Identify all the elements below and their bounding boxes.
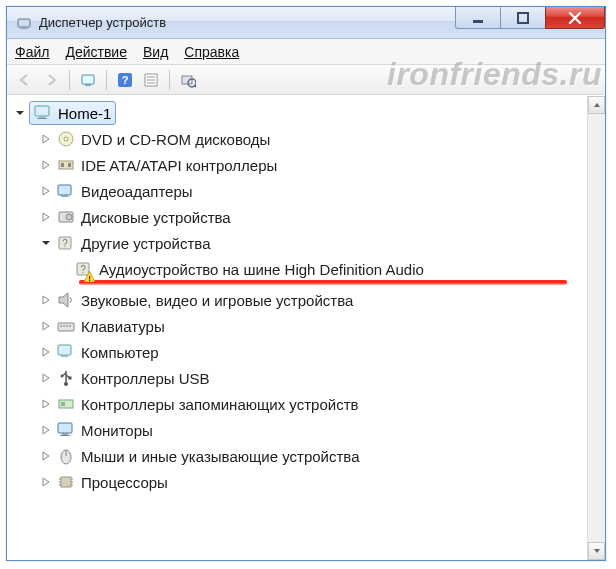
forward-button — [39, 68, 63, 92]
svg-rect-22 — [68, 163, 71, 167]
tree-label: IDE ATA/ATAPI контроллеры — [81, 157, 277, 174]
tree-label: Контроллеры запоминающих устройств — [81, 396, 358, 413]
window-title: Диспетчер устройств — [39, 15, 166, 30]
close-button[interactable] — [545, 7, 605, 29]
expand-icon[interactable] — [39, 319, 53, 333]
tree-node-usb[interactable]: Контроллеры USB — [13, 365, 587, 391]
properties-button[interactable] — [139, 68, 163, 92]
tree-node-ide[interactable]: IDE ATA/ATAPI контроллеры — [13, 152, 587, 178]
tree-node-dvd[interactable]: DVD и CD-ROM дисководы — [13, 126, 587, 152]
menu-action[interactable]: Действие — [65, 44, 127, 60]
tree-node-sound[interactable]: Звуковые, видео и игровые устройства — [13, 287, 587, 313]
collapse-icon[interactable] — [39, 236, 53, 250]
tree-node-computer[interactable]: Компьютер — [13, 339, 587, 365]
svg-rect-2 — [473, 20, 483, 23]
scroll-up-button[interactable] — [588, 96, 605, 114]
tree-node-other-devices[interactable]: ? Другие устройства — [13, 230, 587, 256]
svg-rect-41 — [69, 377, 72, 380]
computer-icon — [32, 103, 54, 123]
minimize-button[interactable] — [455, 7, 501, 29]
expand-icon[interactable] — [39, 293, 53, 307]
toolbar-separator — [106, 70, 107, 90]
svg-rect-36 — [69, 325, 71, 327]
menu-file[interactable]: Файл — [15, 44, 49, 60]
expand-icon[interactable] — [39, 210, 53, 224]
expand-icon[interactable] — [39, 475, 53, 489]
tree-label: Процессоры — [81, 474, 168, 491]
mouse-icon — [55, 446, 77, 466]
tree-label: Клавиатуры — [81, 318, 165, 335]
svg-rect-1 — [20, 27, 28, 29]
expand-icon[interactable] — [39, 397, 53, 411]
svg-rect-45 — [62, 433, 68, 435]
other-devices-icon: ? — [55, 233, 77, 253]
expand-icon[interactable] — [39, 132, 53, 146]
disk-icon — [55, 207, 77, 227]
svg-rect-46 — [60, 435, 70, 436]
app-icon — [15, 14, 33, 32]
menubar: Файл Действие Вид Справка — [7, 39, 605, 65]
tree-label: Контроллеры USB — [81, 370, 210, 387]
svg-rect-49 — [61, 477, 71, 487]
expand-icon[interactable] — [39, 158, 53, 172]
keyboard-icon — [55, 316, 77, 336]
svg-text:?: ? — [122, 74, 129, 86]
svg-point-26 — [66, 214, 72, 220]
unknown-device-icon: ? ! — [73, 259, 95, 279]
svg-rect-17 — [37, 118, 47, 119]
tree-label: Видеоадаптеры — [81, 183, 193, 200]
expand-icon[interactable] — [39, 184, 53, 198]
tree-root-node[interactable]: Home-1 — [13, 100, 587, 126]
svg-rect-23 — [58, 185, 71, 195]
tree-root-label: Home-1 — [58, 105, 111, 122]
tree-node-mice[interactable]: Мыши и иные указывающие устройства — [13, 443, 587, 469]
tree-node-video[interactable]: Видеоадаптеры — [13, 178, 587, 204]
ide-icon — [55, 155, 77, 175]
tree-node-monitors[interactable]: Мониторы — [13, 417, 587, 443]
expand-icon[interactable] — [39, 423, 53, 437]
svg-rect-44 — [58, 423, 72, 433]
svg-rect-34 — [63, 325, 65, 327]
svg-rect-15 — [35, 106, 49, 116]
tree-label: Компьютер — [81, 344, 159, 361]
svg-rect-38 — [61, 355, 68, 357]
dvd-icon — [55, 129, 77, 149]
tree-node-keyboard[interactable]: Клавиатуры — [13, 313, 587, 339]
vertical-scrollbar[interactable] — [587, 96, 605, 560]
computer-scan-button[interactable] — [76, 68, 100, 92]
menu-view[interactable]: Вид — [143, 44, 168, 60]
expand-icon[interactable] — [39, 449, 53, 463]
svg-rect-5 — [85, 84, 91, 86]
svg-rect-33 — [60, 325, 62, 327]
tree-label: Дисковые устройства — [81, 209, 231, 226]
tree-node-processors[interactable]: Процессоры — [13, 469, 587, 495]
svg-point-39 — [64, 382, 68, 386]
tree-label: Мыши и иные указывающие устройства — [81, 448, 359, 465]
svg-rect-16 — [39, 116, 45, 118]
scan-hardware-button[interactable] — [176, 68, 200, 92]
back-button — [13, 68, 37, 92]
svg-rect-4 — [82, 75, 94, 84]
device-tree[interactable]: Home-1 DVD и CD-ROM дисководы IDE ATA/AT… — [7, 96, 587, 560]
titlebar[interactable]: Диспетчер устройств — [7, 7, 605, 39]
cpu-icon — [55, 472, 77, 492]
toolbar: ? — [7, 65, 605, 95]
help-button[interactable]: ? — [113, 68, 137, 92]
svg-point-40 — [61, 375, 64, 378]
tree-node-storage-controllers[interactable]: Контроллеры запоминающих устройств — [13, 391, 587, 417]
tree-node-hd-audio-unknown[interactable]: ? ! Аудиоустройство на шине High Definit… — [13, 256, 587, 282]
device-manager-window: Диспетчер устройств Файл Действие Вид Сп… — [6, 6, 606, 561]
tree-label: Аудиоустройство на шине High Definition … — [99, 261, 424, 278]
expand-icon[interactable] — [39, 371, 53, 385]
menu-help[interactable]: Справка — [184, 44, 239, 60]
content-area: Home-1 DVD и CD-ROM дисководы IDE ATA/AT… — [7, 95, 605, 560]
tree-label: Другие устройства — [81, 235, 210, 252]
collapse-icon[interactable] — [13, 106, 27, 120]
svg-rect-24 — [61, 195, 68, 197]
maximize-button[interactable] — [500, 7, 546, 29]
expand-icon[interactable] — [39, 345, 53, 359]
svg-rect-35 — [66, 325, 68, 327]
tree-node-disk[interactable]: Дисковые устройства — [13, 204, 587, 230]
scroll-down-button[interactable] — [588, 542, 605, 560]
tree-label: DVD и CD-ROM дисководы — [81, 131, 270, 148]
